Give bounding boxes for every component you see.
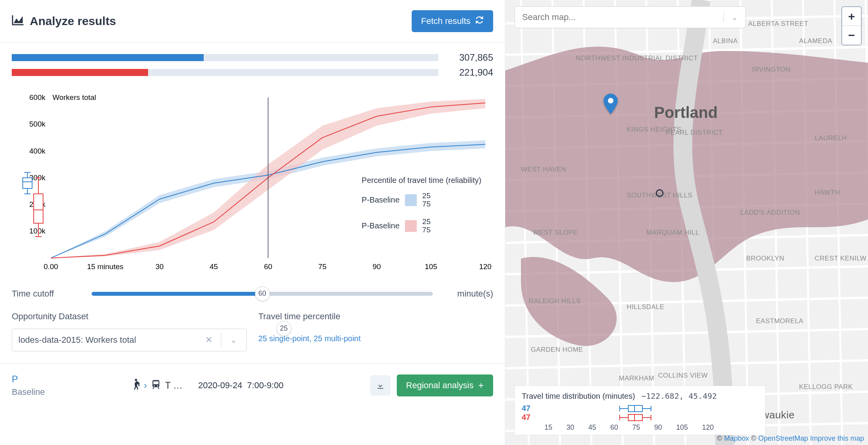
origin-pin[interactable] [603, 94, 618, 116]
svg-text:400k: 400k [29, 147, 46, 155]
map-search[interactable]: ⌄ [515, 6, 746, 28]
chevron-down-icon[interactable]: ⌄ [227, 335, 240, 345]
map-panel[interactable]: PortlandNORTHWEST INDUSTRIAL DISTRICTALB… [505, 0, 868, 445]
chevron-right-icon: › [144, 380, 147, 391]
time-cutoff-label: Time cutoff [12, 289, 82, 299]
osm-link[interactable]: OpenStreetMap [758, 434, 808, 442]
total-bar-comparison [12, 69, 438, 76]
mode-selector[interactable]: › T … [131, 378, 183, 393]
svg-text:90: 90 [373, 262, 381, 271]
svg-text:120: 120 [479, 262, 492, 271]
project-letter[interactable]: P [12, 374, 45, 385]
svg-point-27 [135, 378, 137, 381]
svg-text:600k: 600k [29, 93, 46, 101]
svg-rect-64 [628, 405, 642, 412]
map-search-input[interactable] [515, 12, 723, 22]
time-cutoff-unit: minute(s) [442, 289, 493, 299]
slider-thumb[interactable]: 60 [255, 286, 270, 301]
svg-rect-25 [34, 194, 43, 223]
analyze-icon [12, 14, 24, 28]
download-button[interactable] [370, 375, 391, 396]
svg-text:60: 60 [264, 262, 272, 271]
travel-time-distribution-box: Travel time distribution (minutes) −122.… [515, 386, 765, 435]
svg-text:105: 105 [425, 262, 438, 271]
walk-icon [131, 378, 140, 393]
totals-bars: 307,865 221,904 [0, 43, 505, 86]
opportunity-label: Opportunity Dataset [12, 311, 247, 322]
tt-percentile-label: Travel time percentile [259, 311, 494, 322]
svg-point-60 [608, 98, 613, 103]
svg-point-31 [157, 385, 158, 386]
slider-thumb[interactable]: 25 [277, 321, 291, 336]
opportunity-select[interactable]: lodes-data-2015: Workers total ✕ ⌄ [12, 329, 247, 351]
project-name: Baseline [12, 387, 45, 397]
chart-legend: Percentile of travel time (reliability) … [362, 176, 481, 244]
zoom-in-button[interactable]: + [842, 7, 861, 26]
map-attribution: © Mapbox © OpenStreetMap Improve this ma… [717, 434, 864, 443]
chevron-down-icon[interactable]: ⌄ [723, 13, 745, 22]
svg-point-30 [154, 385, 155, 386]
destination-dot[interactable] [656, 189, 664, 197]
svg-text:30: 30 [156, 262, 164, 271]
svg-text:500k: 500k [29, 120, 46, 128]
page-title: Analyze results [12, 14, 116, 28]
svg-text:75: 75 [318, 262, 327, 271]
svg-text:Workers total: Workers total [52, 93, 96, 101]
mapbox-link[interactable]: Mapbox [724, 434, 749, 442]
total-bar-primary [12, 54, 438, 61]
transit-icon [151, 379, 161, 392]
clear-icon[interactable]: ✕ [202, 335, 215, 345]
fetch-results-button[interactable]: Fetch results [412, 10, 493, 32]
svg-rect-20 [23, 178, 32, 188]
svg-text:0.00: 0.00 [43, 262, 58, 271]
tt-percentile-note: 25 single-point, 25 multi-point [259, 334, 494, 343]
zoom-out-button[interactable]: − [842, 26, 861, 45]
svg-rect-32 [377, 388, 383, 389]
svg-text:45: 45 [210, 262, 218, 271]
svg-rect-29 [154, 381, 159, 384]
svg-text:15 minutes: 15 minutes [87, 262, 123, 271]
refresh-icon [475, 16, 484, 27]
total-value-comparison: 221,904 [446, 67, 493, 78]
svg-text:100k: 100k [29, 227, 46, 235]
time-cutoff-slider[interactable]: 60 [92, 292, 433, 296]
plus-icon: + [478, 380, 484, 391]
analysis-date: 2020-09-24 7:00-9:00 [198, 380, 284, 391]
improve-map-link[interactable]: Improve this map [810, 434, 864, 442]
svg-rect-69 [628, 414, 642, 421]
destination-coords: −122.682, 45.492 [641, 391, 717, 401]
regional-analysis-button[interactable]: Regional analysis + [397, 374, 493, 396]
total-value-primary: 307,865 [446, 52, 493, 63]
